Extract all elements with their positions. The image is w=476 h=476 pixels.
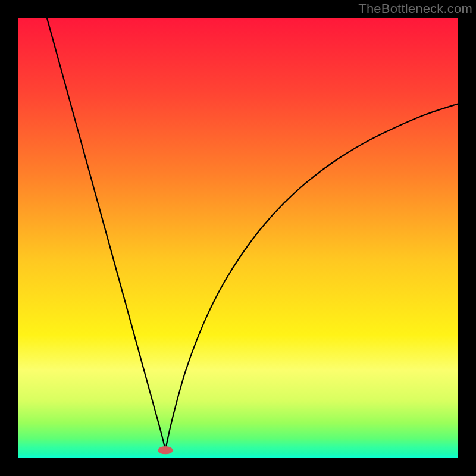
chart-svg (18, 18, 458, 458)
chart-frame: TheBottleneck.com (0, 0, 476, 476)
gradient-background (18, 18, 458, 458)
watermark-text: TheBottleneck.com (358, 1, 472, 17)
plot-area (18, 18, 458, 458)
vertex-marker (158, 446, 173, 454)
